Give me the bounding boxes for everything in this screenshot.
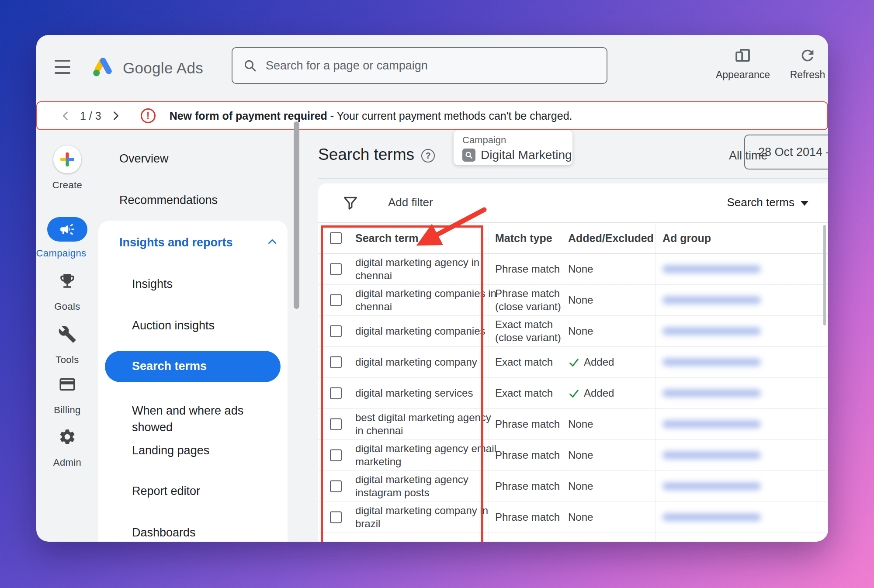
plus-icon: [53, 145, 81, 173]
create-button[interactable]: Create: [36, 145, 98, 191]
table-row: digital marketing company in brazil Phra…: [318, 502, 828, 533]
row-checkbox[interactable]: [330, 512, 342, 523]
nav-section-insights-and-reports[interactable]: Insights and reports: [119, 235, 233, 249]
appearance-icon: [706, 45, 780, 66]
rail-item-admin[interactable]: Admin: [36, 428, 98, 468]
column-header-search-term[interactable]: Search term: [355, 232, 499, 245]
row-checkbox[interactable]: [330, 356, 342, 368]
table-row: digital marketing company Exact match Ad…: [318, 347, 828, 378]
wrench-icon: [36, 325, 98, 343]
row-checkbox[interactable]: [330, 387, 342, 399]
redacted-ad-group: [662, 421, 767, 428]
header-divider: [318, 178, 828, 179]
table-row: digital marketing services Exact match A…: [318, 378, 828, 409]
rail-item-billing[interactable]: Billing: [36, 375, 98, 416]
filter-funnel-icon[interactable]: [342, 195, 359, 211]
chevron-left-icon: [59, 110, 72, 122]
pager-previous-button[interactable]: [59, 109, 72, 122]
section-navigation: Overview Recommendations Insights and re…: [98, 130, 288, 542]
redacted-ad-group: [662, 328, 767, 335]
table-row: digital marketing companies in chennai P…: [318, 285, 828, 316]
search-terms-table-card: Add filter Search terms Search term Matc…: [318, 183, 828, 542]
payment-alert-banner: 1 / 3 New form of payment required - You…: [36, 101, 828, 130]
redacted-ad-group: [662, 452, 767, 459]
view-selector-dropdown[interactable]: Search terms: [727, 196, 808, 209]
appearance-button[interactable]: Appearance: [706, 45, 780, 81]
table-header-row: Search term Match type Added/Excluded Ad…: [318, 223, 828, 254]
pager-next-button[interactable]: [109, 109, 122, 122]
search-icon: [243, 59, 257, 73]
refresh-button[interactable]: Refresh: [770, 45, 828, 81]
table-row: digital marketing agency email marketing…: [318, 440, 828, 471]
nav-item-auction-insights[interactable]: Auction insights: [132, 318, 215, 332]
redacted-ad-group: [662, 390, 767, 397]
table-row: digital marketing companies Exact match …: [318, 316, 828, 347]
rail-item-tools[interactable]: Tools: [36, 325, 98, 366]
credit-card-icon: [36, 375, 98, 394]
campaign-chip-label: Campaign: [462, 135, 572, 146]
alert-message: New form of payment required - Your curr…: [170, 110, 572, 122]
main-content: Search terms Campaign Digital Marketing …: [318, 130, 828, 542]
redacted-ad-group: [662, 514, 767, 521]
chevron-up-icon[interactable]: [266, 236, 279, 248]
gear-icon: [36, 428, 98, 446]
campaign-chip-value: Digital Marketing: [481, 148, 572, 162]
column-header-added-excluded[interactable]: Added/Excluded: [568, 232, 654, 245]
row-checkbox[interactable]: [330, 294, 342, 306]
nav-item-overview[interactable]: Overview: [119, 152, 169, 166]
table-scrollbar[interactable]: [823, 225, 826, 325]
nav-scrollbar[interactable]: [294, 121, 299, 309]
google-ads-logo-icon: [90, 54, 116, 80]
added-check-icon: [568, 387, 580, 399]
redacted-ad-group: [662, 266, 767, 273]
nav-item-dashboards[interactable]: Dashboards: [132, 526, 196, 540]
row-checkbox[interactable]: [330, 481, 342, 492]
megaphone-icon: [47, 217, 87, 242]
row-checkbox[interactable]: [330, 263, 342, 275]
global-search[interactable]: [232, 47, 607, 84]
table-row: digital marketing agency instagram posts…: [318, 471, 828, 502]
navigation-rail: Create Campaigns Goals: [36, 130, 98, 542]
added-check-icon: [568, 356, 580, 368]
column-header-ad-group[interactable]: Ad group: [662, 232, 767, 245]
select-all-checkbox[interactable]: [330, 232, 342, 244]
row-checkbox[interactable]: [330, 450, 342, 461]
help-icon[interactable]: [421, 149, 435, 163]
date-range-picker[interactable]: 28 Oct 2014 - 12: [744, 135, 828, 169]
alert-icon: [141, 108, 156, 123]
page-title: Search terms: [318, 145, 414, 164]
refresh-icon: [770, 45, 828, 66]
row-checkbox[interactable]: [330, 325, 342, 337]
table-row-partial: [318, 533, 828, 541]
redacted-ad-group: [662, 483, 767, 490]
filter-bar: Add filter Search terms: [318, 183, 828, 223]
table-row: digital marketing agency in chennai Phra…: [318, 254, 828, 285]
nav-item-insights[interactable]: Insights: [132, 277, 173, 291]
add-filter-button[interactable]: Add filter: [388, 196, 433, 209]
row-checkbox[interactable]: [330, 419, 342, 430]
chevron-right-icon: [110, 110, 122, 122]
nav-item-recommendations[interactable]: Recommendations: [119, 193, 218, 207]
rail-item-goals[interactable]: Goals: [36, 272, 98, 312]
search-input[interactable]: [266, 59, 596, 73]
caret-down-icon: [801, 201, 808, 206]
google-ads-window: Google Ads Appearance Refresh: [36, 35, 828, 542]
brand-title: Google Ads: [123, 59, 203, 77]
redacted-ad-group: [662, 359, 767, 366]
rail-item-campaigns[interactable]: Campaigns: [36, 217, 98, 259]
redacted-ad-group: [662, 297, 767, 304]
menu-icon[interactable]: [55, 60, 70, 74]
nav-item-report-editor[interactable]: Report editor: [132, 484, 200, 498]
campaign-search-icon: [462, 149, 475, 162]
nav-item-landing-pages[interactable]: Landing pages: [132, 443, 209, 457]
pager-count: 1 / 3: [80, 110, 101, 122]
nav-item-when-and-where-ads-showed[interactable]: When and where ads showed: [132, 402, 263, 436]
campaign-scope-chip[interactable]: Campaign Digital Marketing: [454, 130, 572, 165]
trophy-icon: [36, 272, 98, 290]
top-app-bar: Google Ads Appearance Refresh: [36, 35, 828, 101]
nav-item-search-terms-active[interactable]: Search terms: [105, 351, 281, 382]
column-header-match-type[interactable]: Match type: [495, 232, 569, 245]
table-row: best digital marketing agency in chennai…: [318, 409, 828, 440]
